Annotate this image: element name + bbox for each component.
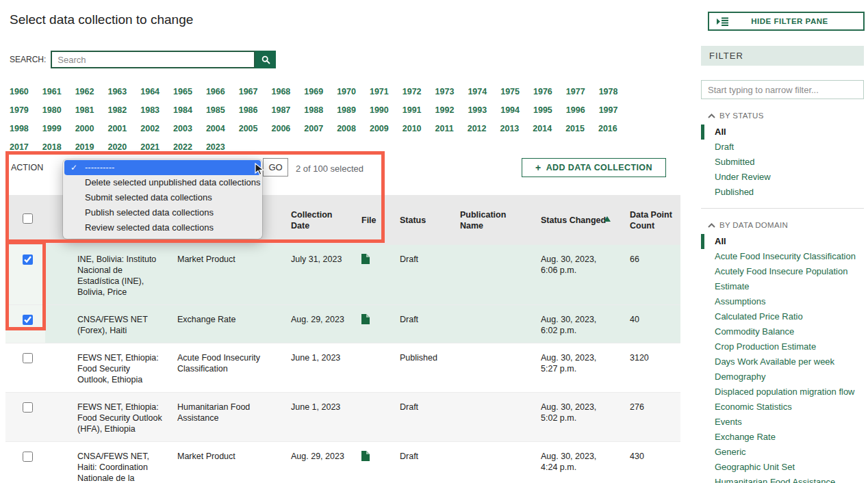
year-link[interactable]: 2020 bbox=[107, 138, 127, 156]
filter-option[interactable]: Acutely Food Insecure Population Estimat… bbox=[701, 264, 864, 294]
year-link[interactable]: 1988 bbox=[304, 101, 323, 119]
column-header-status[interactable]: Status bbox=[392, 195, 452, 245]
year-link[interactable]: 1973 bbox=[435, 83, 455, 101]
year-link[interactable]: 1963 bbox=[107, 83, 127, 101]
year-link[interactable]: 1974 bbox=[468, 83, 487, 101]
filter-option[interactable]: Calculated Price Ratio bbox=[701, 309, 864, 324]
year-link[interactable]: 2007 bbox=[304, 120, 323, 138]
filter-option-link[interactable]: Commodity Balance bbox=[715, 326, 794, 337]
filter-option-link[interactable]: Displaced population migration flow bbox=[715, 387, 855, 397]
add-data-collection-button[interactable]: + ADD DATA COLLECTION bbox=[522, 158, 666, 177]
action-dropdown-option[interactable]: ✓ Delete selected unpublished data colle… bbox=[64, 175, 261, 190]
filter-option-link[interactable]: Days Work Available per week bbox=[715, 356, 834, 367]
file-icon[interactable] bbox=[361, 314, 370, 327]
year-link[interactable]: 2001 bbox=[107, 120, 127, 138]
year-link[interactable]: 1961 bbox=[42, 83, 62, 101]
year-link[interactable]: 2014 bbox=[533, 120, 552, 138]
year-link[interactable]: 1983 bbox=[140, 101, 159, 119]
filter-search-input[interactable] bbox=[701, 80, 864, 99]
year-link[interactable]: 2022 bbox=[173, 138, 192, 156]
filter-option[interactable]: Published bbox=[701, 185, 864, 200]
action-dropdown-option[interactable]: ✓ Submit selected data collections bbox=[64, 190, 261, 205]
filter-option[interactable]: Crop Production Estimate bbox=[701, 339, 864, 354]
year-link[interactable]: 1971 bbox=[370, 83, 389, 101]
filter-option-link[interactable]: Published bbox=[715, 187, 754, 197]
filter-option-link[interactable]: Demography bbox=[715, 371, 765, 382]
year-link[interactable]: 1996 bbox=[566, 101, 585, 119]
year-link[interactable]: 2005 bbox=[239, 120, 258, 138]
go-button[interactable]: GO bbox=[263, 158, 288, 177]
year-link[interactable]: 1985 bbox=[206, 101, 225, 119]
year-link[interactable]: 1970 bbox=[337, 83, 356, 101]
year-link[interactable]: 2019 bbox=[75, 138, 94, 156]
year-link[interactable]: 1977 bbox=[566, 83, 585, 101]
filter-option-link[interactable]: Acutely Food Insecure Population Estimat… bbox=[715, 266, 847, 291]
year-link[interactable]: 1964 bbox=[140, 83, 159, 101]
filter-option-link[interactable]: Under Review bbox=[715, 172, 771, 182]
filter-option[interactable]: Economic Statistics bbox=[701, 400, 864, 415]
year-link[interactable]: 2002 bbox=[140, 120, 159, 138]
filter-option-link[interactable]: Submitted bbox=[715, 157, 755, 167]
year-link[interactable]: 1962 bbox=[75, 83, 94, 101]
year-link[interactable]: 2016 bbox=[598, 120, 617, 138]
action-dropdown-option[interactable]: ✓ Review selected data collections bbox=[64, 220, 261, 235]
year-link[interactable]: 2021 bbox=[140, 138, 159, 156]
year-link[interactable]: 1981 bbox=[75, 101, 94, 119]
year-link[interactable]: 2013 bbox=[500, 120, 520, 138]
search-input[interactable] bbox=[51, 51, 255, 68]
year-link[interactable]: 1999 bbox=[42, 120, 62, 138]
filter-option-link[interactable]: Humanitarian Food Assistance bbox=[715, 477, 835, 483]
year-link[interactable]: 1975 bbox=[500, 83, 520, 101]
filter-option[interactable]: Displaced population migration flow bbox=[701, 384, 864, 400]
year-link[interactable]: 1979 bbox=[10, 101, 29, 119]
year-link[interactable]: 2017 bbox=[10, 138, 29, 156]
filter-option-link[interactable]: Economic Statistics bbox=[715, 402, 792, 412]
filter-option-link[interactable]: Generic bbox=[715, 447, 746, 457]
year-link[interactable]: 1989 bbox=[337, 101, 356, 119]
column-header-data-point-count[interactable]: Data Point Count bbox=[622, 195, 680, 245]
year-link[interactable]: 1984 bbox=[173, 101, 192, 119]
filter-option[interactable]: Submitted bbox=[701, 155, 864, 170]
filter-section-by-status[interactable]: BY STATUS bbox=[708, 112, 864, 120]
year-link[interactable]: 2015 bbox=[565, 120, 585, 138]
filter-option[interactable]: Acute Food Insecurity Classification bbox=[701, 249, 864, 264]
year-link[interactable]: 2012 bbox=[468, 120, 487, 138]
column-header-file[interactable]: File bbox=[353, 195, 392, 245]
year-link[interactable]: 1967 bbox=[239, 83, 258, 101]
filter-section-by-data-domain[interactable]: BY DATA DOMAIN bbox=[708, 221, 864, 229]
column-header-collection-date[interactable]: Collection Date bbox=[283, 195, 353, 245]
year-link[interactable]: 2009 bbox=[370, 120, 389, 138]
filter-option[interactable]: All bbox=[701, 125, 864, 140]
select-all-checkbox[interactable] bbox=[23, 213, 33, 224]
year-link[interactable]: 2011 bbox=[435, 120, 454, 138]
filter-option-link[interactable]: Acute Food Insecurity Classification bbox=[715, 251, 856, 261]
filter-option[interactable]: Commodity Balance bbox=[701, 324, 864, 339]
filter-option[interactable]: Demography bbox=[701, 369, 864, 384]
hide-filter-pane-button[interactable]: HIDE FILTER PANE bbox=[708, 12, 865, 31]
year-link[interactable]: 1978 bbox=[599, 83, 618, 101]
filter-option[interactable]: Draft bbox=[701, 140, 864, 155]
file-icon[interactable] bbox=[361, 254, 370, 267]
filter-option[interactable]: Humanitarian Food Assistance bbox=[701, 475, 864, 483]
year-link[interactable]: 2003 bbox=[173, 120, 192, 138]
year-link[interactable]: 1972 bbox=[403, 83, 422, 101]
filter-option-link[interactable]: All bbox=[715, 236, 726, 246]
year-link[interactable]: 1968 bbox=[272, 83, 291, 101]
filter-option-link[interactable]: Crop Production Estimate bbox=[715, 341, 816, 352]
year-link[interactable]: 2023 bbox=[206, 138, 225, 156]
filter-option-link[interactable]: All bbox=[715, 127, 726, 137]
year-link[interactable]: 1995 bbox=[533, 101, 552, 119]
year-link[interactable]: 1976 bbox=[533, 83, 552, 101]
year-link[interactable]: 1965 bbox=[173, 83, 192, 101]
file-icon[interactable] bbox=[361, 451, 370, 464]
year-link[interactable]: 1980 bbox=[42, 101, 62, 119]
filter-option-link[interactable]: Exchange Rate bbox=[715, 432, 776, 442]
column-header-status-changed[interactable]: Status Changed bbox=[533, 195, 622, 245]
filter-option[interactable]: Assumptions bbox=[701, 294, 864, 309]
year-link[interactable]: 1991 bbox=[403, 101, 422, 119]
filter-option[interactable]: All bbox=[701, 234, 864, 249]
sort-ascending-icon[interactable] bbox=[604, 216, 611, 222]
filter-option[interactable]: Under Review bbox=[701, 170, 864, 185]
year-link[interactable]: 1987 bbox=[272, 101, 291, 119]
filter-option[interactable]: Generic bbox=[701, 445, 864, 460]
